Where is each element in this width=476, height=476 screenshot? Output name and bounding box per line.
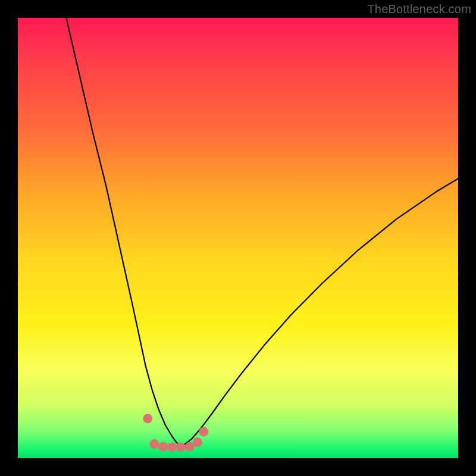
chart-stage: TheBottleneck.com [0, 0, 476, 476]
marker-point [143, 414, 152, 423]
watermark-text: TheBottleneck.com [367, 2, 471, 16]
flat-bottom-markers [143, 414, 208, 452]
marker-point [199, 427, 208, 437]
marker-point [149, 439, 159, 449]
marker-layer [18, 18, 458, 458]
marker-point [158, 442, 168, 452]
marker-point [193, 437, 202, 447]
plot-area [18, 18, 458, 458]
marker-point [176, 443, 186, 452]
marker-point [167, 443, 177, 452]
